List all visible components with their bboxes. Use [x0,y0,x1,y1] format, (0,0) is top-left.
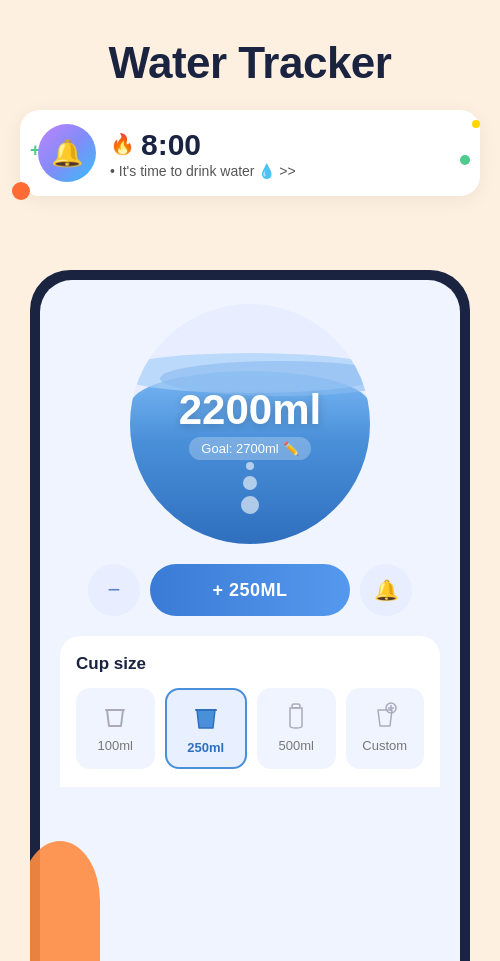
reminder-bell-button[interactable]: 🔔 [360,564,412,616]
notification-message: It's time to drink water [119,163,255,179]
cup-size-title: Cup size [76,654,424,674]
cup-label-custom: Custom [362,738,407,753]
cup-option-500ml[interactable]: 500ml [257,688,336,769]
minus-button[interactable]: − [88,564,140,616]
bottle-icon [280,700,312,732]
cup-option-100ml[interactable]: 100ml [76,688,155,769]
goal-label: Goal: 2700ml [201,441,278,456]
notification-dot: • [110,163,119,179]
cup-label-250ml: 250ml [187,740,224,755]
water-circle-container: 2200ml Goal: 2700ml ✏️ [60,304,440,544]
water-goal[interactable]: Goal: 2700ml ✏️ [189,437,310,460]
water-text: 2200ml Goal: 2700ml ✏️ [179,389,321,460]
controls-row: − + 250ML 🔔 [60,564,440,616]
add-water-button[interactable]: + 250ML [150,564,350,616]
water-circle: 2200ml Goal: 2700ml ✏️ [130,304,370,544]
cup-custom-icon [369,700,401,732]
notification-card[interactable]: 🔔 🔥 8:00 • It's time to drink water 💧 >> [20,110,480,196]
cup-option-custom[interactable]: Custom [346,688,425,769]
avatar-bell-icon: 🔔 [51,138,83,169]
cup-label-500ml: 500ml [279,738,314,753]
notification-suffix: >> [279,163,295,179]
phone-inner: 2200ml Goal: 2700ml ✏️ − + 250ML 🔔 [40,280,460,961]
green-dot-decoration [460,155,470,165]
edit-icon: ✏️ [283,441,299,456]
water-amount: 2200ml [179,389,321,431]
notification-time: 🔥 8:00 [110,128,296,161]
bubble-small [246,462,254,470]
app-title: Water Tracker [0,0,500,88]
cup-size-section: Cup size 100ml 250ml [60,636,440,787]
cup-label-100ml: 100ml [98,738,133,753]
drop-emoji: 💧 [258,163,275,179]
cup-options: 100ml 250ml 500ml [76,688,424,769]
cup-option-250ml[interactable]: 250ml [165,688,248,769]
fire-icon: 🔥 [110,133,135,155]
notification-time-value: 8:00 [141,128,201,161]
bubble-medium [243,476,257,490]
notification-content: 🔥 8:00 • It's time to drink water 💧 >> [110,128,296,179]
cup-small-icon [99,700,131,732]
cup-medium-icon [190,702,222,734]
notification-avatar: 🔔 [38,124,96,182]
phone-mockup: 2200ml Goal: 2700ml ✏️ − + 250ML 🔔 [30,270,470,961]
bubble-large [241,496,259,514]
orange-dot-decoration [12,182,30,200]
water-bubbles [241,462,259,514]
notification-text: • It's time to drink water 💧 >> [110,163,296,179]
yellow-dot-decoration [472,120,480,128]
